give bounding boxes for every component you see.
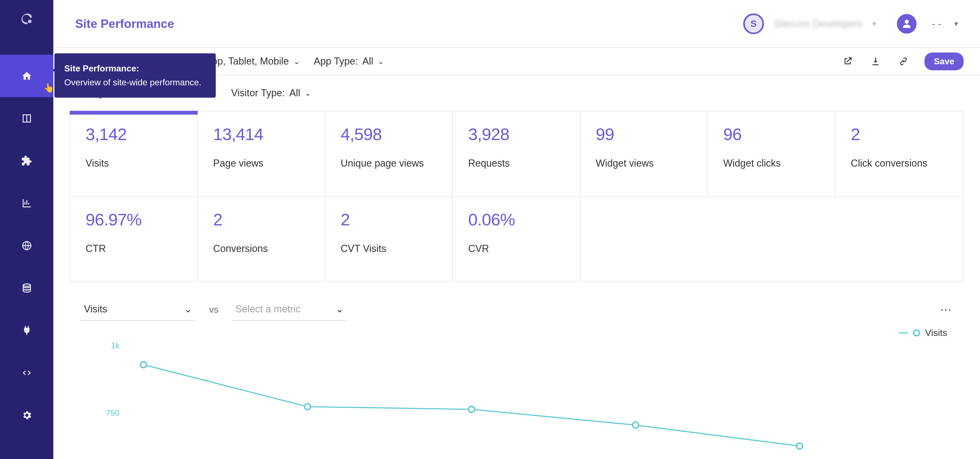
metric-label: CTR bbox=[86, 243, 182, 254]
metric-card bbox=[835, 196, 963, 281]
org-name[interactable]: Sitecore Developers bbox=[774, 18, 862, 30]
metric-value: 99 bbox=[596, 124, 692, 144]
filter-app-type-label: App Type: bbox=[314, 56, 358, 67]
filter-app-type-value: All bbox=[362, 56, 373, 67]
cursor-pointer-icon: 👆 bbox=[43, 83, 54, 93]
nav-geo[interactable] bbox=[0, 224, 53, 267]
link-icon bbox=[898, 56, 908, 67]
nav-extensions[interactable] bbox=[0, 140, 53, 182]
chevron-down-icon: ⌄ bbox=[293, 57, 300, 66]
download-button[interactable] bbox=[869, 54, 882, 68]
tooltip-title: Site Performance: bbox=[64, 64, 139, 73]
metric-card[interactable]: 0.06%CVR bbox=[453, 196, 580, 281]
home-icon bbox=[21, 70, 32, 81]
main-content: Site Performance S Sitecore Developers ▾… bbox=[53, 0, 980, 459]
brand-logo[interactable] bbox=[19, 11, 35, 27]
filter-device[interactable]: op, Tablet, Mobile ⌄ bbox=[212, 56, 300, 67]
primary-metric-select[interactable]: Visits ⌄ bbox=[81, 298, 196, 321]
chevron-down-icon: ⌄ bbox=[378, 57, 384, 66]
user-icon bbox=[902, 19, 912, 29]
database-icon bbox=[21, 282, 32, 293]
filter-visitor-type[interactable]: Visitor Type: All ⌄ bbox=[231, 87, 311, 99]
metric-label: CVT Visits bbox=[341, 243, 437, 254]
nav-developer[interactable] bbox=[0, 352, 53, 394]
metric-value: 0.06% bbox=[468, 210, 565, 229]
download-icon bbox=[870, 56, 881, 67]
save-button[interactable]: Save bbox=[924, 53, 964, 70]
metric-value: 3,928 bbox=[468, 124, 565, 144]
chevron-down-icon: ⌄ bbox=[305, 89, 311, 98]
nav-settings[interactable] bbox=[0, 394, 53, 436]
nav-data[interactable] bbox=[0, 267, 53, 309]
metric-value: 96.97% bbox=[86, 210, 182, 229]
chevron-down-icon[interactable]: ▾ bbox=[872, 19, 876, 28]
metric-card[interactable]: 2Conversions bbox=[198, 196, 325, 281]
nav-analytics[interactable] bbox=[0, 182, 53, 224]
user-avatar[interactable] bbox=[897, 14, 916, 33]
metric-card[interactable]: 96.97%CTR bbox=[70, 196, 198, 281]
y-tick: 750 bbox=[97, 408, 119, 418]
share-icon bbox=[842, 56, 853, 67]
metric-card[interactable]: 2Click conversions bbox=[835, 112, 963, 196]
metric-card bbox=[581, 196, 708, 281]
filter-device-value: op, Tablet, Mobile bbox=[212, 56, 289, 67]
svg-point-2 bbox=[469, 406, 475, 412]
metric-value: 3,142 bbox=[86, 124, 182, 144]
metric-label: Widget views bbox=[596, 158, 692, 169]
metric-label: Click conversions bbox=[851, 158, 948, 169]
nav-layout[interactable] bbox=[0, 97, 53, 140]
org-avatar[interactable]: S bbox=[743, 13, 764, 34]
chart-legend: Visits bbox=[75, 321, 958, 338]
svg-point-1 bbox=[305, 404, 310, 410]
filter-visitor-type-value: All bbox=[289, 87, 300, 99]
brand-logo-icon bbox=[19, 11, 35, 27]
metric-card[interactable]: 2CVT Visits bbox=[325, 196, 453, 281]
secondary-metric-select[interactable]: Select a metric ⌄ bbox=[232, 298, 347, 321]
filter-visitor-type-label: Visitor Type: bbox=[231, 87, 285, 99]
metric-label: CVR bbox=[468, 243, 565, 254]
metric-label: Widget clicks bbox=[723, 158, 819, 169]
legend-label: Visits bbox=[925, 327, 947, 338]
user-label: - - bbox=[932, 18, 941, 30]
metric-value: 13,414 bbox=[213, 124, 309, 144]
chart-y-axis: 1k 750 bbox=[97, 341, 124, 418]
metric-value: 2 bbox=[341, 210, 437, 229]
metric-label: Conversions bbox=[213, 243, 309, 254]
layout-icon bbox=[21, 113, 32, 124]
chevron-down-icon[interactable]: ▾ bbox=[954, 19, 958, 28]
metric-card[interactable]: 13,414Page views bbox=[198, 112, 325, 196]
metric-label: Requests bbox=[468, 158, 565, 169]
share-button[interactable] bbox=[841, 54, 854, 68]
line-chart-svg bbox=[127, 341, 947, 418]
metric-card[interactable]: 3,928Requests bbox=[453, 112, 580, 196]
metric-value: 2 bbox=[851, 124, 948, 144]
chart-menu-button[interactable]: ⋯ bbox=[940, 303, 953, 316]
secondary-metric-placeholder: Select a metric bbox=[235, 303, 301, 315]
page-header: Site Performance S Sitecore Developers ▾… bbox=[53, 0, 980, 48]
metric-card[interactable]: 99Widget views bbox=[581, 112, 708, 196]
chart-area: 1k 750 bbox=[97, 341, 958, 418]
metric-card[interactable]: 4,598Unique page views bbox=[325, 112, 453, 196]
link-button[interactable] bbox=[897, 54, 910, 68]
metric-label: Unique page views bbox=[341, 158, 437, 169]
metric-value: 4,598 bbox=[341, 124, 437, 144]
filter-app-type[interactable]: App Type: All ⌄ bbox=[314, 56, 384, 67]
primary-metric-value: Visits bbox=[84, 303, 107, 315]
chevron-down-icon: ⌄ bbox=[184, 303, 192, 315]
metric-value: 96 bbox=[723, 124, 819, 144]
metrics-grid: 3,142Visits13,414Page views4,598Unique p… bbox=[70, 111, 964, 282]
content-area: 3,142Visits13,414Page views4,598Unique p… bbox=[53, 111, 980, 418]
chevron-down-icon: ⌄ bbox=[336, 303, 344, 315]
nav-home[interactable]: 👆 bbox=[0, 55, 53, 97]
metric-card[interactable]: 3,142Visits bbox=[70, 112, 198, 196]
metric-label: Page views bbox=[213, 158, 309, 169]
chart-icon bbox=[21, 198, 32, 209]
svg-point-3 bbox=[632, 422, 638, 428]
nav-plugins[interactable] bbox=[0, 309, 53, 352]
svg-point-0 bbox=[140, 362, 146, 368]
metric-label: Visits bbox=[86, 158, 182, 169]
tooltip-site-performance: Site Performance: Overview of site-wide … bbox=[54, 53, 216, 98]
chart-plot[interactable] bbox=[127, 341, 947, 418]
header-right: S Sitecore Developers ▾ - - ▾ bbox=[743, 13, 958, 34]
metric-card[interactable]: 96Widget clicks bbox=[708, 112, 835, 196]
